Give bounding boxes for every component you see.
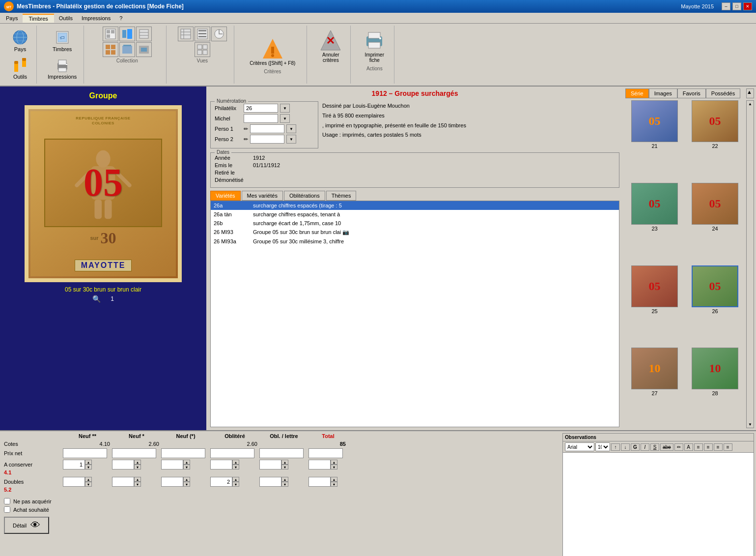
btn-collection-1[interactable] <box>103 27 118 41</box>
doubles-obl-lettre-down[interactable]: ▼ <box>281 482 288 487</box>
doubles-neufp-up[interactable]: ▲ <box>183 477 190 482</box>
stamp-thumb-25[interactable]: 05 25 <box>625 265 684 346</box>
var-row-0[interactable]: 26a surcharge chiffres espacés (tirage :… <box>211 201 619 210</box>
var-row-1[interactable]: 26a tàn surcharge chiffres espacés, tena… <box>211 210 619 219</box>
aconserver-obl-field[interactable] <box>210 460 232 469</box>
aconserver-neuf1-down[interactable]: ▼ <box>134 465 141 469</box>
aconserver-neuf2-down[interactable]: ▼ <box>85 465 92 469</box>
prixnet-neuf1[interactable] <box>112 448 156 458</box>
prixnet-oblitere[interactable] <box>210 448 254 458</box>
stamp-thumb-27[interactable]: 10 27 <box>625 348 684 428</box>
tab-varietes[interactable]: Variétés <box>210 191 241 201</box>
btn-impressions[interactable]: Impressions <box>45 54 80 82</box>
tab-serie[interactable]: Série <box>625 88 649 98</box>
aconserver-obl-down[interactable]: ▼ <box>232 465 239 469</box>
btn-timbres[interactable]: 🏷 Timbres <box>50 27 75 54</box>
doubles-obl-up[interactable]: ▲ <box>232 477 239 482</box>
obs-font-select[interactable]: Arial <box>565 442 594 451</box>
doubles-neuf1-down[interactable]: ▼ <box>134 482 141 487</box>
series-scrollbar[interactable]: ▲ ▼ <box>746 100 754 428</box>
perso1-edit[interactable]: ✏ <box>244 126 248 132</box>
stamp-thumb-26[interactable]: 05 26 <box>686 265 744 346</box>
minimize-btn[interactable]: – <box>722 2 730 10</box>
obs-italic[interactable]: I <box>641 443 649 451</box>
aconserver-obl-up[interactable]: ▲ <box>232 460 239 465</box>
perso2-input[interactable] <box>250 135 284 144</box>
aconserver-neuf2-field[interactable] <box>63 460 85 469</box>
var-row-2[interactable]: 26b surcharge écart de 1,75mm, case 10 <box>211 219 619 228</box>
menu-outils[interactable]: Outils <box>55 14 77 22</box>
doubles-total-up[interactable]: ▲ <box>331 477 337 482</box>
aconserver-neufp-down[interactable]: ▼ <box>183 465 190 469</box>
checkbox-achat[interactable] <box>4 506 10 513</box>
stamp-thumb-22[interactable]: 05 22 <box>686 100 744 181</box>
perso1-dropdown[interactable]: ▼ <box>286 124 296 133</box>
maximize-btn[interactable]: □ <box>732 2 741 10</box>
btn-criteres[interactable]: Critères ([Shift] + F8) <box>246 35 299 68</box>
doubles-obl-field[interactable] <box>210 477 232 487</box>
aconserver-obl-lettre-up[interactable]: ▲ <box>281 460 288 465</box>
obs-align-justify[interactable]: ≡ <box>724 443 732 451</box>
stamp-thumb-23[interactable]: 05 23 <box>625 183 684 263</box>
obs-strikethrough[interactable]: abe <box>660 443 673 451</box>
doubles-obl-down[interactable]: ▼ <box>232 482 239 487</box>
philatelix-input[interactable] <box>244 104 278 113</box>
obs-color-a[interactable]: A <box>684 443 693 451</box>
aconserver-neuf1-up[interactable]: ▲ <box>134 460 141 465</box>
menu-pays[interactable]: Pays <box>2 14 22 22</box>
michel-dropdown[interactable]: ▼ <box>280 114 290 123</box>
prixnet-neufp[interactable] <box>161 448 205 458</box>
aconserver-total-field[interactable] <box>308 460 331 469</box>
btn-collection-3[interactable] <box>136 27 152 41</box>
doubles-obl-lettre-up[interactable]: ▲ <box>281 477 288 482</box>
scroll-up[interactable]: ▲ <box>747 101 754 107</box>
zoom-icon[interactable]: 🔍 <box>92 295 101 303</box>
menu-timbres[interactable]: Timbres <box>23 14 54 23</box>
detail-button[interactable]: Détail 👁 <box>4 517 49 534</box>
scroll-up-btn[interactable]: ▲ <box>746 88 754 98</box>
obs-align-left[interactable]: ≡ <box>694 443 703 451</box>
btn-vues-2[interactable] <box>195 27 210 41</box>
obs-underline[interactable]: S <box>650 443 659 451</box>
obs-size-select[interactable]: 10 <box>595 442 610 451</box>
menu-impressions[interactable]: Impressions <box>78 14 114 22</box>
btn-collection-5[interactable] <box>119 42 135 57</box>
tab-favoris[interactable]: Favoris <box>677 88 706 98</box>
aconserver-neufp-field[interactable] <box>161 460 183 469</box>
perso2-edit[interactable]: ✏ <box>244 136 248 143</box>
stamp-thumb-21[interactable]: 05 21 <box>625 100 684 181</box>
btn-collection-2[interactable] <box>119 27 135 41</box>
doubles-neuf2-up[interactable]: ▲ <box>85 477 92 482</box>
tab-images[interactable]: Images <box>649 88 677 98</box>
btn-annuler[interactable]: Annuler critères <box>315 27 346 65</box>
aconserver-obl-lettre-down[interactable]: ▼ <box>281 465 288 469</box>
doubles-neuf1-field[interactable] <box>112 477 134 487</box>
aconserver-neuf2-up[interactable]: ▲ <box>85 460 92 465</box>
doubles-neuf1-up[interactable]: ▲ <box>134 477 141 482</box>
obs-align-right[interactable]: ≡ <box>714 443 723 451</box>
btn-outils[interactable]: Outils <box>8 54 32 82</box>
btn-vues-1[interactable] <box>178 27 194 41</box>
obs-btn-down[interactable]: ↓ <box>621 443 630 451</box>
obs-textarea[interactable] <box>563 453 754 556</box>
btn-vues-4[interactable] <box>195 42 210 57</box>
obs-bold[interactable]: G <box>631 443 640 451</box>
doubles-total-field[interactable] <box>308 477 331 487</box>
doubles-neufp-field[interactable] <box>161 477 183 487</box>
doubles-neuf2-down[interactable]: ▼ <box>85 482 92 487</box>
aconserver-neuf1-field[interactable] <box>112 460 134 469</box>
btn-vues-3[interactable] <box>211 27 227 41</box>
menu-help[interactable]: ? <box>115 14 126 22</box>
obs-pencil[interactable]: ✏ <box>674 443 683 451</box>
perso2-dropdown[interactable]: ▼ <box>286 135 296 144</box>
michel-input[interactable] <box>244 114 278 123</box>
obs-align-center[interactable]: ≡ <box>704 443 713 451</box>
doubles-total-down[interactable]: ▼ <box>331 482 337 487</box>
tab-possedes[interactable]: Possédés <box>706 88 740 98</box>
prixnet-obl-lettre[interactable] <box>259 448 304 458</box>
stamp-thumb-28[interactable]: 10 28 <box>686 348 744 428</box>
obs-btn-up[interactable]: ↑ <box>611 443 620 451</box>
tab-mes-varietes[interactable]: Mes variétés <box>242 191 283 201</box>
scroll-down[interactable]: ▼ <box>747 421 754 428</box>
btn-collection-6[interactable] <box>136 42 152 57</box>
